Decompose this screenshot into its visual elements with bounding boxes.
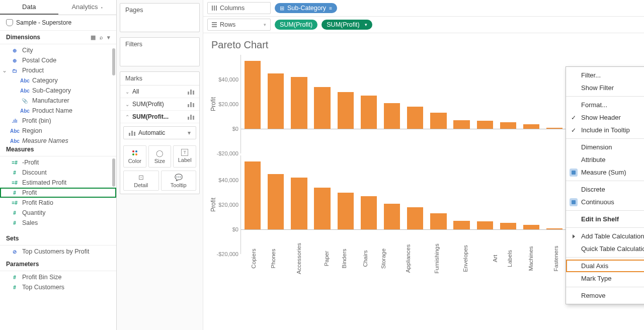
menu-quick-table-calc[interactable]: Quick Table Calculation▸ xyxy=(566,242,644,255)
menu-edit-in-shelf[interactable]: Edit in Shelf xyxy=(566,213,644,225)
sets-list: ⊘Top Customers by Profit xyxy=(0,245,116,258)
abc-icon: Abc xyxy=(10,138,19,143)
field-postal-code[interactable]: ⊕Postal Code xyxy=(0,55,116,65)
menu-dimension[interactable]: Dimension xyxy=(566,141,644,153)
chart-title: Pareto Chart xyxy=(211,39,636,51)
field-profit-bin-size[interactable]: #Profit Bin Size xyxy=(0,272,116,282)
x-category: Machines xyxy=(515,254,540,265)
field-region[interactable]: AbcRegion xyxy=(0,126,116,136)
field-manufacturer[interactable]: 📎Manufacturer xyxy=(0,96,116,106)
pill-sum-profit-1[interactable]: SUM(Profit) xyxy=(275,20,317,30)
field-measure-names[interactable]: AbcMeasure Names xyxy=(0,136,116,143)
menu-discrete[interactable]: Discrete xyxy=(566,183,644,196)
rows-shelf[interactable]: Rows ▾ SUM(Profit) SUM(Profit)▾ xyxy=(203,17,644,33)
dimensions-header: Dimensions ▦ ⌕ ▾ xyxy=(0,31,116,44)
menu-show-filter[interactable]: Show Filter xyxy=(566,81,644,94)
measures-list: =#-Profit#Discount=#Estimated Profit#Pro… xyxy=(0,156,116,232)
marks-sum-profit-2[interactable]: ⌃SUM(Profit... xyxy=(120,111,199,123)
data-source-icon xyxy=(6,19,13,26)
x-category: Storage xyxy=(370,254,390,265)
field-profit[interactable]: #Profit xyxy=(0,188,116,198)
num-icon: # xyxy=(10,220,19,226)
columns-shelf[interactable]: Columns ⊞Sub-Category≡ xyxy=(203,0,644,17)
menu-attribute[interactable]: Attribute xyxy=(566,153,644,166)
mark-detail-button[interactable]: ⊡Detail xyxy=(123,171,159,191)
dimensions-menu-icon[interactable]: ▾ xyxy=(107,34,110,41)
calc-icon: =# xyxy=(10,200,19,206)
calc-icon: =# xyxy=(10,180,19,186)
x-category: Envelopes xyxy=(449,254,476,265)
mark-size-button[interactable]: ◯Size xyxy=(148,145,172,168)
menu-continuous[interactable]: Continuous xyxy=(566,196,644,208)
field-estimated-profit[interactable]: =#Estimated Profit xyxy=(0,178,116,188)
menu-dual-axis[interactable]: Dual Axis xyxy=(566,260,644,272)
x-category: Phones xyxy=(261,254,280,265)
field-sales[interactable]: #Sales xyxy=(0,218,116,228)
num-icon: # xyxy=(10,275,19,280)
x-category: Furnishings xyxy=(419,254,449,265)
globe-icon: ⊕ xyxy=(10,48,19,53)
field--profit[interactable]: =#-Profit xyxy=(0,157,116,168)
x-category: Labels xyxy=(496,254,515,265)
field-product-name[interactable]: AbcProduct Name xyxy=(0,106,116,116)
menu-include-tooltip[interactable]: Include in Tooltip xyxy=(566,124,644,136)
search-icon[interactable]: ⌕ xyxy=(100,34,103,41)
rows-icon xyxy=(212,22,217,27)
menu-add-table-calc[interactable]: Add Table Calculation... xyxy=(566,230,644,242)
field-quantity[interactable]: #Quantity xyxy=(0,208,116,218)
scrollbar-thumb[interactable] xyxy=(112,158,115,187)
marks-card: Marks ⌄All ⌄SUM(Profit) ⌃SUM(Profit... A… xyxy=(120,71,200,194)
menu-measure[interactable]: Measure (Sum)▸ xyxy=(566,166,644,179)
marks-sum-profit-1[interactable]: ⌄SUM(Profit) xyxy=(120,98,199,111)
menu-remove[interactable]: Remove xyxy=(566,289,644,302)
pill-sum-profit-2[interactable]: SUM(Profit)▾ xyxy=(321,20,372,30)
chart-region: Pareto Chart Profit$40,000$20,000$0-$20,… xyxy=(203,33,644,330)
x-category: Chairs xyxy=(351,254,370,265)
field-discount[interactable]: #Discount xyxy=(0,168,116,178)
field-top-customers-by-profit[interactable]: ⊘Top Customers by Profit xyxy=(0,246,116,257)
menu-filter[interactable]: Filter... xyxy=(566,69,644,81)
menu-format[interactable]: Format... xyxy=(566,99,644,111)
data-source-name: Sample - Superstore xyxy=(16,19,71,26)
marks-all-row[interactable]: ⌄All xyxy=(120,86,199,98)
field-profit-bin-[interactable]: .ılıProfit (bin) xyxy=(0,116,116,126)
abc-icon: Abc xyxy=(20,108,29,114)
sets-header: Sets xyxy=(0,232,116,245)
abc-icon: Abc xyxy=(10,128,19,134)
field-category[interactable]: AbcCategory xyxy=(0,75,116,86)
x-category: Appliances xyxy=(390,254,419,265)
mark-label-button[interactable]: TLabel xyxy=(173,145,196,168)
data-source-row[interactable]: Sample - Superstore xyxy=(0,15,116,31)
abc-icon: Abc xyxy=(20,78,29,84)
view-toggle-icon[interactable]: ▦ xyxy=(91,34,96,41)
scrollbar-thumb[interactable] xyxy=(112,48,115,75)
field-product[interactable]: ⌄🗀Product xyxy=(0,65,116,75)
field-profit-ratio[interactable]: =#Profit Ratio xyxy=(0,198,116,208)
pill-sub-category[interactable]: ⊞Sub-Category≡ xyxy=(275,3,337,13)
folder-icon: 🗀 xyxy=(10,68,19,73)
pill-context-menu: Filter... Show Filter Format... Show Hea… xyxy=(566,66,644,304)
parameters-header: Parameters xyxy=(0,258,116,271)
mark-color-button[interactable]: Color xyxy=(123,145,146,168)
calc-icon: =# xyxy=(10,160,19,166)
pages-card[interactable]: Pages xyxy=(120,3,200,32)
field-city[interactable]: ⊕City xyxy=(0,45,116,55)
x-category: Binders xyxy=(331,254,351,265)
menu-show-header[interactable]: Show Header xyxy=(566,111,644,124)
num-icon: # xyxy=(10,210,19,216)
tab-data[interactable]: Data xyxy=(0,0,58,15)
measures-header: Measures xyxy=(0,143,116,156)
x-category: Paper xyxy=(311,254,331,265)
parameters-list: #Profit Bin Size#Top Customers xyxy=(0,271,116,293)
mark-tooltip-button[interactable]: 💬Tooltip xyxy=(161,171,197,191)
menu-mark-type[interactable]: Mark Type▸ xyxy=(566,272,644,285)
num-icon: # xyxy=(10,190,19,196)
columns-icon xyxy=(212,6,217,11)
filters-card[interactable]: Filters xyxy=(120,37,200,66)
mark-type-select[interactable]: Automatic ▾ xyxy=(123,126,196,139)
tab-analytics[interactable]: Analytics xyxy=(58,0,117,15)
field-top-customers[interactable]: #Top Customers xyxy=(0,282,116,292)
field-sub-category[interactable]: AbcSub-Category xyxy=(0,86,116,96)
view-area: Columns ⊞Sub-Category≡ Rows ▾ SUM(Profit… xyxy=(203,0,644,330)
x-category: Accessories xyxy=(280,254,311,265)
